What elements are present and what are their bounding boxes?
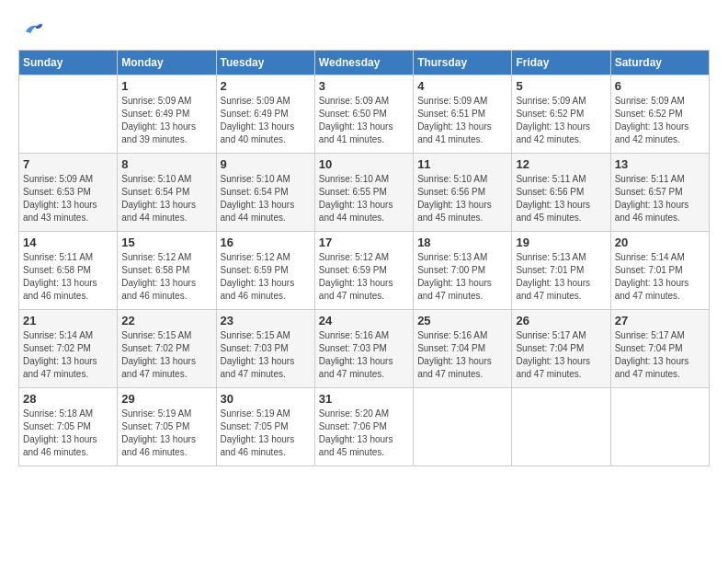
- day-number: 16: [221, 236, 311, 249]
- day-number: 30: [221, 392, 311, 406]
- day-number: 2: [221, 79, 311, 93]
- day-info: Sunrise: 5:18 AMSunset: 7:05 PMDaylight:…: [23, 408, 113, 459]
- day-info: Sunrise: 5:19 AMSunset: 7:05 PMDaylight:…: [121, 408, 211, 459]
- header-saturday: Saturday: [610, 51, 709, 75]
- week-row-1: 1Sunrise: 5:09 AMSunset: 6:49 PMDaylight…: [19, 75, 710, 154]
- calendar-cell: 29Sunrise: 5:19 AMSunset: 7:05 PMDayligh…: [118, 388, 216, 466]
- calendar-cell: 11Sunrise: 5:10 AMSunset: 6:56 PMDayligh…: [414, 154, 512, 232]
- day-info: Sunrise: 5:11 AMSunset: 6:58 PMDaylight:…: [23, 251, 113, 303]
- day-info: Sunrise: 5:13 AMSunset: 7:01 PMDaylight:…: [516, 251, 606, 303]
- week-row-3: 14Sunrise: 5:11 AMSunset: 6:58 PMDayligh…: [19, 232, 710, 310]
- day-info: Sunrise: 5:09 AMSunset: 6:51 PMDaylight:…: [417, 95, 507, 146]
- calendar-cell: 2Sunrise: 5:09 AMSunset: 6:49 PMDaylight…: [216, 75, 314, 154]
- day-info: Sunrise: 5:09 AMSunset: 6:52 PMDaylight:…: [516, 95, 606, 146]
- day-number: 22: [121, 314, 211, 327]
- logo-bird-icon: [22, 18, 44, 40]
- day-info: Sunrise: 5:17 AMSunset: 7:04 PMDaylight:…: [516, 329, 606, 381]
- day-info: Sunrise: 5:13 AMSunset: 7:00 PMDaylight:…: [417, 251, 507, 303]
- day-info: Sunrise: 5:09 AMSunset: 6:50 PMDaylight:…: [319, 95, 409, 146]
- calendar-cell: 3Sunrise: 5:09 AMSunset: 6:50 PMDaylight…: [314, 75, 413, 154]
- calendar-cell: 19Sunrise: 5:13 AMSunset: 7:01 PMDayligh…: [512, 232, 610, 310]
- day-number: 1: [121, 79, 211, 93]
- day-number: 15: [121, 236, 211, 249]
- day-number: 31: [319, 392, 409, 406]
- day-number: 26: [516, 314, 606, 327]
- day-info: Sunrise: 5:16 AMSunset: 7:03 PMDaylight:…: [319, 329, 409, 381]
- calendar-cell: 31Sunrise: 5:20 AMSunset: 7:06 PMDayligh…: [314, 388, 413, 466]
- day-number: 27: [615, 314, 705, 327]
- calendar-cell: 20Sunrise: 5:14 AMSunset: 7:01 PMDayligh…: [610, 232, 709, 310]
- day-number: 9: [221, 157, 311, 171]
- calendar-cell: 27Sunrise: 5:17 AMSunset: 7:04 PMDayligh…: [610, 310, 709, 388]
- day-info: Sunrise: 5:12 AMSunset: 6:58 PMDaylight:…: [121, 251, 211, 303]
- day-number: 18: [417, 236, 507, 249]
- calendar-cell: [512, 388, 610, 466]
- header-tuesday: Tuesday: [216, 51, 314, 75]
- header-row: SundayMondayTuesdayWednesdayThursdayFrid…: [19, 51, 710, 75]
- day-number: 11: [417, 157, 507, 171]
- calendar-cell: 16Sunrise: 5:12 AMSunset: 6:59 PMDayligh…: [216, 232, 314, 310]
- calendar-cell: 21Sunrise: 5:14 AMSunset: 7:02 PMDayligh…: [19, 310, 118, 388]
- day-number: 5: [516, 79, 606, 93]
- day-info: Sunrise: 5:20 AMSunset: 7:06 PMDaylight:…: [319, 408, 409, 459]
- day-number: 21: [23, 314, 113, 327]
- calendar-cell: 26Sunrise: 5:17 AMSunset: 7:04 PMDayligh…: [512, 310, 610, 388]
- calendar-cell: 24Sunrise: 5:16 AMSunset: 7:03 PMDayligh…: [314, 310, 413, 388]
- day-info: Sunrise: 5:16 AMSunset: 7:04 PMDaylight:…: [417, 329, 507, 381]
- week-row-2: 7Sunrise: 5:09 AMSunset: 6:53 PMDaylight…: [19, 154, 710, 232]
- day-info: Sunrise: 5:14 AMSunset: 7:01 PMDaylight:…: [615, 251, 705, 303]
- calendar-cell: [610, 388, 709, 466]
- day-number: 25: [417, 314, 507, 327]
- day-number: 28: [23, 392, 113, 406]
- day-info: Sunrise: 5:09 AMSunset: 6:52 PMDaylight:…: [615, 95, 705, 146]
- day-number: 13: [615, 157, 705, 171]
- day-info: Sunrise: 5:09 AMSunset: 6:53 PMDaylight:…: [23, 173, 113, 224]
- week-row-5: 28Sunrise: 5:18 AMSunset: 7:05 PMDayligh…: [19, 388, 710, 466]
- day-info: Sunrise: 5:14 AMSunset: 7:02 PMDaylight:…: [23, 329, 113, 381]
- day-number: 14: [23, 236, 113, 249]
- day-number: 17: [319, 236, 409, 249]
- calendar-cell: 13Sunrise: 5:11 AMSunset: 6:57 PMDayligh…: [610, 154, 709, 232]
- day-info: Sunrise: 5:12 AMSunset: 6:59 PMDaylight:…: [319, 251, 409, 303]
- day-number: 4: [417, 79, 507, 93]
- day-info: Sunrise: 5:09 AMSunset: 6:49 PMDaylight:…: [221, 95, 311, 146]
- day-number: 12: [516, 157, 606, 171]
- day-info: Sunrise: 5:10 AMSunset: 6:55 PMDaylight:…: [319, 173, 409, 224]
- day-info: Sunrise: 5:10 AMSunset: 6:54 PMDaylight:…: [221, 173, 311, 224]
- header-thursday: Thursday: [414, 51, 512, 75]
- calendar-cell: 7Sunrise: 5:09 AMSunset: 6:53 PMDaylight…: [19, 154, 118, 232]
- day-number: 8: [121, 157, 211, 171]
- day-info: Sunrise: 5:19 AMSunset: 7:05 PMDaylight:…: [221, 408, 311, 459]
- day-info: Sunrise: 5:11 AMSunset: 6:57 PMDaylight:…: [615, 173, 705, 224]
- header-wednesday: Wednesday: [314, 51, 413, 75]
- page-header: [18, 18, 710, 40]
- header-sunday: Sunday: [19, 51, 118, 75]
- calendar-cell: 28Sunrise: 5:18 AMSunset: 7:05 PMDayligh…: [19, 388, 118, 466]
- calendar-cell: 8Sunrise: 5:10 AMSunset: 6:54 PMDaylight…: [118, 154, 216, 232]
- day-info: Sunrise: 5:15 AMSunset: 7:02 PMDaylight:…: [121, 329, 211, 381]
- day-info: Sunrise: 5:11 AMSunset: 6:56 PMDaylight:…: [516, 173, 606, 224]
- calendar-cell: 14Sunrise: 5:11 AMSunset: 6:58 PMDayligh…: [19, 232, 118, 310]
- calendar-cell: 30Sunrise: 5:19 AMSunset: 7:05 PMDayligh…: [216, 388, 314, 466]
- calendar-cell: [19, 75, 118, 154]
- calendar-cell: 25Sunrise: 5:16 AMSunset: 7:04 PMDayligh…: [414, 310, 512, 388]
- day-number: 20: [615, 236, 705, 249]
- calendar-cell: 5Sunrise: 5:09 AMSunset: 6:52 PMDaylight…: [512, 75, 610, 154]
- calendar-cell: 6Sunrise: 5:09 AMSunset: 6:52 PMDaylight…: [610, 75, 709, 154]
- day-info: Sunrise: 5:17 AMSunset: 7:04 PMDaylight:…: [615, 329, 705, 381]
- calendar-cell: 1Sunrise: 5:09 AMSunset: 6:49 PMDaylight…: [118, 75, 216, 154]
- logo: [18, 18, 46, 40]
- calendar-cell: 10Sunrise: 5:10 AMSunset: 6:55 PMDayligh…: [314, 154, 413, 232]
- day-number: 23: [221, 314, 311, 327]
- calendar-cell: 17Sunrise: 5:12 AMSunset: 6:59 PMDayligh…: [314, 232, 413, 310]
- calendar-cell: 4Sunrise: 5:09 AMSunset: 6:51 PMDaylight…: [414, 75, 512, 154]
- calendar-table: SundayMondayTuesdayWednesdayThursdayFrid…: [18, 50, 710, 466]
- calendar-cell: 15Sunrise: 5:12 AMSunset: 6:58 PMDayligh…: [118, 232, 216, 310]
- day-info: Sunrise: 5:09 AMSunset: 6:49 PMDaylight:…: [121, 95, 211, 146]
- calendar-cell: 9Sunrise: 5:10 AMSunset: 6:54 PMDaylight…: [216, 154, 314, 232]
- day-info: Sunrise: 5:10 AMSunset: 6:54 PMDaylight:…: [121, 173, 211, 224]
- day-number: 29: [121, 392, 211, 406]
- day-number: 3: [319, 79, 409, 93]
- day-number: 24: [319, 314, 409, 327]
- header-friday: Friday: [512, 51, 610, 75]
